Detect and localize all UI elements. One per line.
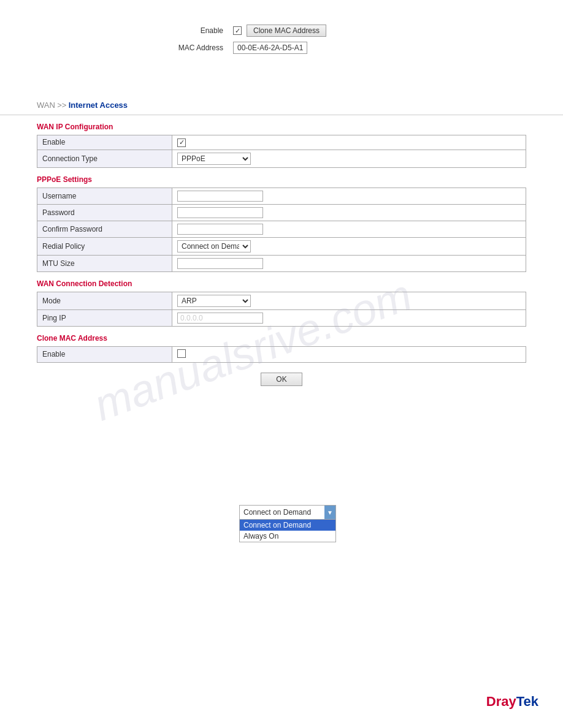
table-row: Enable [37, 346, 526, 362]
wan-connection-section: WAN Connection Detection Mode ARP Ping I… [37, 279, 526, 327]
mtu-size-value [172, 255, 526, 271]
dropdown-header-text: Connect on Demand [240, 507, 324, 518]
table-row: Confirm Password [37, 221, 526, 237]
clone-mac-enable-label: Enable [37, 346, 172, 362]
clone-mac-enable-checkbox[interactable] [177, 349, 186, 358]
redial-policy-label: Redial Policy [37, 237, 172, 255]
table-row: Username [37, 188, 526, 204]
mtu-size-label: MTU Size [37, 255, 172, 271]
redial-policy-dropdown[interactable]: Connect on Demand ▼ Connect on Demand Al… [239, 505, 336, 542]
wan-ip-enable-label: Enable [37, 135, 172, 150]
logo-tek: Tek [516, 694, 538, 709]
wan-connection-table: Mode ARP Ping IP [37, 292, 526, 327]
enable-label: Enable [123, 26, 233, 35]
dropdown-header: Connect on Demand ▼ [240, 506, 335, 520]
password-input[interactable] [177, 207, 263, 218]
username-label: Username [37, 188, 172, 204]
password-value [172, 204, 526, 221]
connection-type-label: Connection Type [37, 150, 172, 167]
dropdown-option-connect-on-demand[interactable]: Connect on Demand [240, 520, 335, 531]
logo-dray: Dray [486, 694, 516, 709]
table-row: Connection Type PPPoE [37, 150, 526, 167]
table-row: MTU Size [37, 255, 526, 271]
table-row: Enable [37, 135, 526, 150]
wan-ip-enable-value [172, 135, 526, 150]
mode-select[interactable]: ARP [177, 295, 251, 307]
clone-mac-title: Clone MAC Address [37, 334, 526, 343]
top-section: Enable Clone MAC Address MAC Address 00-… [0, 0, 563, 71]
mode-value: ARP [172, 292, 526, 309]
breadcrumb: WAN >> Internet Access [0, 96, 563, 115]
ok-row: OK [0, 373, 563, 386]
wan-ip-title: WAN IP Configuration [37, 123, 526, 131]
confirm-password-value [172, 221, 526, 237]
mac-address-row: MAC Address 00-0E-A6-2A-D5-A1 [123, 42, 307, 54]
wan-ip-table: Enable Connection Type PPPoE [37, 135, 526, 168]
password-label: Password [37, 204, 172, 221]
mtu-size-input[interactable] [177, 258, 263, 269]
ping-ip-input[interactable] [177, 313, 263, 324]
wan-connection-title: WAN Connection Detection [37, 279, 526, 288]
username-input[interactable] [177, 191, 263, 202]
clone-mac-enable-value [172, 346, 526, 362]
mac-address-value: 00-0E-A6-2A-D5-A1 [233, 42, 307, 54]
confirm-password-label: Confirm Password [37, 221, 172, 237]
clone-mac-section: Clone MAC Address Enable [37, 334, 526, 363]
pppoe-title: PPPoE Settings [37, 175, 526, 184]
clone-mac-table: Enable [37, 346, 526, 363]
breadcrumb-separator: >> [57, 100, 66, 110]
ping-ip-value [172, 309, 526, 326]
enable-row: Enable Clone MAC Address [123, 25, 326, 37]
table-row: Password [37, 204, 526, 221]
ok-button[interactable]: OK [261, 373, 302, 386]
enable-checkbox[interactable] [233, 26, 242, 35]
pppoe-table: Username Password Confirm Password Redia… [37, 188, 526, 272]
breadcrumb-internet-access: Internet Access [69, 100, 128, 110]
dropdown-arrow-icon[interactable]: ▼ [324, 506, 335, 519]
table-row: Ping IP [37, 309, 526, 326]
connection-type-select[interactable]: PPPoE [177, 153, 251, 165]
confirm-password-input[interactable] [177, 224, 263, 235]
pppoe-section: PPPoE Settings Username Password Confirm… [37, 175, 526, 272]
mac-address-label: MAC Address [123, 44, 233, 52]
table-row: Mode ARP [37, 292, 526, 309]
wan-ip-section: WAN IP Configuration Enable Connection T… [37, 123, 526, 168]
ping-ip-label: Ping IP [37, 309, 172, 326]
table-row: Redial Policy Connect on Demand Always O… [37, 237, 526, 255]
draytek-logo: DrayTek [486, 694, 538, 710]
wan-ip-enable-checkbox[interactable] [177, 138, 186, 147]
enable-value: Clone MAC Address [233, 25, 326, 37]
mac-address-display: 00-0E-A6-2A-D5-A1 [233, 42, 307, 54]
redial-policy-value: Connect on Demand Always On [172, 237, 526, 255]
mode-label: Mode [37, 292, 172, 309]
connection-type-value: PPPoE [172, 150, 526, 167]
dropdown-option-always-on[interactable]: Always On [240, 531, 335, 542]
username-value [172, 188, 526, 204]
clone-mac-button[interactable]: Clone MAC Address [247, 25, 326, 37]
breadcrumb-wan: WAN [37, 100, 55, 110]
redial-policy-select[interactable]: Connect on Demand Always On [177, 240, 251, 252]
